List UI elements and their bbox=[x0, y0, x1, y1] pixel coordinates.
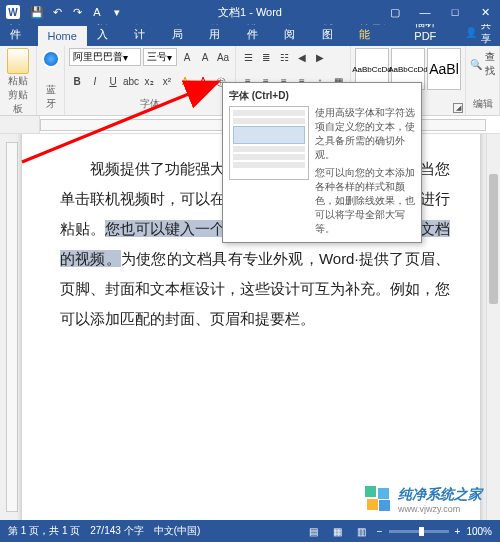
style-heading1[interactable]: AaBl bbox=[427, 48, 461, 90]
watermark-text: 纯净系统之家 bbox=[398, 486, 482, 504]
save-icon[interactable]: 💾 bbox=[30, 5, 44, 19]
indent-icon[interactable]: ▶ bbox=[312, 48, 328, 66]
tooltip-thumbnail bbox=[229, 106, 309, 180]
status-page[interactable]: 第 1 页，共 1 页 bbox=[8, 524, 80, 538]
bluetooth-icon[interactable] bbox=[42, 50, 60, 68]
find-button[interactable]: 🔍查找 bbox=[470, 48, 495, 80]
redo-icon[interactable]: ↷ bbox=[70, 5, 84, 19]
underline-button[interactable]: U bbox=[105, 73, 121, 91]
read-mode-icon[interactable]: ▤ bbox=[305, 523, 323, 539]
scrollbar-vertical[interactable] bbox=[486, 134, 500, 520]
font-color-icon[interactable]: A bbox=[90, 5, 104, 19]
font-size-select[interactable]: 三号▾ bbox=[143, 48, 177, 66]
maximize-icon[interactable]: □ bbox=[440, 0, 470, 24]
undo-icon[interactable]: ↶ bbox=[50, 5, 64, 19]
paste-button[interactable] bbox=[4, 48, 32, 74]
app-icon: W bbox=[6, 5, 20, 19]
numbering-icon[interactable]: ≣ bbox=[258, 48, 274, 66]
web-layout-icon[interactable]: ▥ bbox=[353, 523, 371, 539]
zoom-level[interactable]: 100% bbox=[466, 526, 492, 537]
bluetooth-label: 蓝牙 bbox=[41, 83, 60, 113]
zoom-slider[interactable] bbox=[389, 530, 449, 533]
status-language[interactable]: 中文(中国) bbox=[154, 524, 201, 538]
minimize-icon[interactable]: — bbox=[410, 0, 440, 24]
print-layout-icon[interactable]: ▦ bbox=[329, 523, 347, 539]
scrollbar-thumb[interactable] bbox=[489, 174, 498, 304]
tooltip-text-1: 使用高级字体和字符选项自定义您的文本，使之具备所需的确切外观。 bbox=[315, 106, 415, 162]
tooltip-text-2: 您可以向您的文本添加各种各样的样式和颜色，如删除线效果，也可以将字母全部大写等。 bbox=[315, 166, 415, 236]
multilevel-icon[interactable]: ☷ bbox=[276, 48, 292, 66]
highlight-icon[interactable]: A bbox=[177, 73, 193, 91]
font-color-button[interactable]: A bbox=[195, 73, 211, 91]
status-words[interactable]: 27/143 个字 bbox=[90, 524, 143, 538]
font-group-label: 字体 bbox=[69, 97, 231, 113]
ruler-vertical-gutter bbox=[0, 134, 22, 520]
window-title: 文档1 - Word bbox=[218, 5, 282, 20]
ribbon-options-icon[interactable]: ▢ bbox=[380, 0, 410, 24]
clipboard-group-label: 剪贴板 bbox=[4, 88, 32, 118]
shrink-font-icon[interactable]: A bbox=[197, 48, 213, 66]
editing-group-label: 编辑 bbox=[470, 97, 495, 113]
paste-icon bbox=[7, 48, 29, 74]
tooltip-title: 字体 (Ctrl+D) bbox=[229, 89, 415, 103]
font-name-select[interactable]: 阿里巴巴普▾ bbox=[69, 48, 141, 66]
qat-more-icon[interactable]: ▾ bbox=[110, 5, 124, 19]
ruler-vertical[interactable] bbox=[6, 142, 18, 512]
watermark-url: www.vjwzy.com bbox=[398, 504, 482, 514]
italic-button[interactable]: I bbox=[87, 73, 103, 91]
zoom-out-icon[interactable]: − bbox=[377, 526, 383, 537]
outdent-icon[interactable]: ◀ bbox=[294, 48, 310, 66]
ruler-corner bbox=[0, 116, 40, 134]
close-icon[interactable]: ✕ bbox=[470, 0, 500, 24]
watermark: 纯净系统之家 www.vjwzy.com bbox=[365, 486, 482, 514]
watermark-logo-icon bbox=[365, 486, 393, 514]
superscript-button[interactable]: x² bbox=[159, 73, 175, 91]
styles-dialog-launcher[interactable]: ◢ bbox=[453, 103, 463, 113]
tab-home[interactable]: Home bbox=[38, 26, 87, 46]
font-tooltip: 字体 (Ctrl+D) 使用高级字体和字符选项自定义您的文本，使之具备所需的确切… bbox=[222, 82, 422, 243]
user-icon[interactable]: 👤 bbox=[465, 27, 477, 38]
strike-button[interactable]: abc bbox=[123, 73, 139, 91]
bold-button[interactable]: B bbox=[69, 73, 85, 91]
grow-font-icon[interactable]: A bbox=[179, 48, 195, 66]
bullets-icon[interactable]: ☰ bbox=[240, 48, 256, 66]
zoom-in-icon[interactable]: + bbox=[455, 526, 461, 537]
subscript-button[interactable]: x₂ bbox=[141, 73, 157, 91]
change-case-icon[interactable]: Aa bbox=[215, 48, 231, 66]
